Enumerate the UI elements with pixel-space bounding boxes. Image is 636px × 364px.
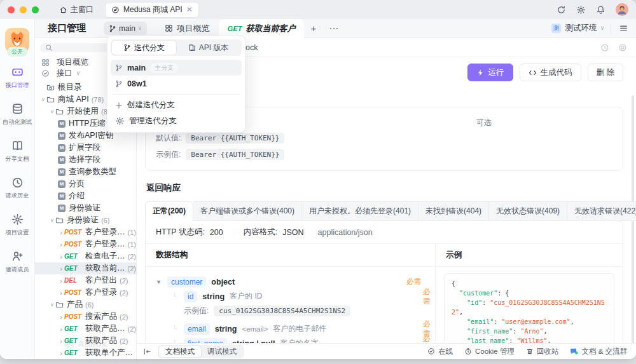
tree-item[interactable]: ›GET获取产品(2) <box>35 335 136 347</box>
generate-code-button[interactable]: 生成代码 <box>520 64 581 81</box>
rail-item-automation[interactable]: 自动化测试 <box>1 103 33 126</box>
schema-field-row[interactable]: ▼customerobject必需 <box>156 274 425 289</box>
branch-option[interactable]: main主分支 <box>111 60 242 76</box>
new-tab-button[interactable]: + <box>304 23 322 34</box>
tree-item[interactable]: ›POST客户登录 (J...(1) <box>35 238 136 250</box>
field-name-chip[interactable]: email <box>184 323 210 335</box>
close-tab-icon[interactable]: ✕ <box>186 6 193 13</box>
statusbar-item[interactable]: 文档 & 交流群 <box>570 347 627 356</box>
tree-item-count: (2) <box>128 265 136 273</box>
tree-item-count: (78) <box>92 96 104 104</box>
response-card: HTTP 状态码: 200 内容格式: JSON application/jso… <box>145 220 623 343</box>
refresh-icon[interactable] <box>556 5 566 15</box>
response-tab[interactable]: 客户端错误或多个错误(400) <box>193 201 302 221</box>
tree-item[interactable]: ›POST客户登录 (J...(1) <box>35 226 136 238</box>
branch-menu-action-label: 创建迭代分支 <box>127 100 175 111</box>
chevron-right-icon: › <box>58 265 64 273</box>
statusbar-item[interactable]: 回收站 <box>526 347 559 356</box>
check-circle-icon <box>427 347 435 355</box>
environment-selector[interactable]: 测 测试环境 ˅ <box>545 23 611 34</box>
json-token <box>452 299 467 306</box>
layout-menu-icon[interactable] <box>611 24 636 33</box>
field-name-chip[interactable]: id <box>184 291 197 302</box>
mock-target-icon[interactable] <box>618 43 627 52</box>
response-tab[interactable]: 用户未授权。必须先登录(401) <box>302 201 418 221</box>
json-token <box>452 290 459 297</box>
tree-item[interactable]: M身份验证 <box>35 202 136 214</box>
statusbar-item-label: 文档 & 交流群 <box>581 347 627 356</box>
project-tab-label: Medusa 商城 API <box>123 4 183 15</box>
example-json-code[interactable]: { "customer": { "id": "cus_01G2SG30J8C85… <box>444 273 614 343</box>
tree-item[interactable]: ›GET获取产品列表(2) <box>35 323 136 335</box>
home-window-tab[interactable]: 主窗口 <box>54 3 99 17</box>
project-window-tab[interactable]: Medusa 商城 API ✕ <box>105 2 199 18</box>
tree-item[interactable]: ›GET检查电子邮...(2) <box>35 250 136 262</box>
schema-field-row[interactable]: └idstring客户的 ID必需 <box>172 289 425 304</box>
response-tab[interactable]: 正常(200) <box>145 201 193 221</box>
field-name-chip[interactable]: first_name <box>184 338 227 344</box>
tab-project-overview[interactable]: 项目概览 <box>156 19 219 37</box>
mode-tab[interactable]: 文档模式 <box>159 346 201 357</box>
tree-item[interactable]: ›POST客户登录(2) <box>35 286 136 299</box>
branch-menu-action[interactable]: 创建迭代分支 <box>111 97 242 113</box>
branch-menu-tab[interactable]: API 版本 <box>176 41 240 55</box>
mode-tab[interactable]: 调试模式 <box>201 346 243 357</box>
json-line: { <box>452 279 607 288</box>
rail-item-settings[interactable]: 项目设置 <box>1 213 33 237</box>
gear-icon[interactable] <box>576 5 586 15</box>
branch-option[interactable]: 08w1 <box>111 76 242 91</box>
branch-dropdown-menu: 迭代分支API 版本 main主分支08w1 创建迭代分支管理迭代分支 <box>107 36 245 133</box>
rail-item-history[interactable]: 请求历史 <box>1 177 33 200</box>
statusbar-item[interactable]: Cookie 管理 <box>464 347 515 356</box>
chevron-right-icon: › <box>58 277 64 285</box>
tree-item[interactable]: M查询参数类型 <box>35 166 136 178</box>
tree-item[interactable]: M扩展字段 <box>35 142 136 154</box>
response-tab[interactable]: 无效请求错误(422) <box>567 201 636 221</box>
project-logo[interactable]: 公开 <box>5 28 29 52</box>
response-tab[interactable]: 无效状态错误(409) <box>489 201 567 221</box>
close-window-button[interactable] <box>8 6 15 13</box>
tree-item-label: 开始使用 <box>67 106 99 117</box>
tree-item[interactable]: ˅产品(6) <box>35 299 136 311</box>
overview-tab-label: 项目概览 <box>177 23 210 34</box>
rail-item-api-management[interactable]: 接口管理 <box>1 66 33 90</box>
bell-icon[interactable] <box>596 5 605 15</box>
run-button[interactable]: 运行 <box>467 64 513 81</box>
method-badge: GET <box>64 325 85 332</box>
method-badge: POST <box>64 313 85 320</box>
response-tab[interactable]: 未找到错误(404) <box>418 201 489 221</box>
field-name-chip[interactable]: customer <box>167 276 206 288</box>
example-value-label: 示例值: <box>156 149 181 160</box>
maximize-window-button[interactable] <box>32 6 39 13</box>
tree-item-label: 扩展字段 <box>69 142 100 153</box>
tree-item[interactable]: M选择字段 <box>35 154 136 166</box>
rail-item-invite[interactable]: 邀请成员 <box>1 250 33 274</box>
tree-item-label: HTTP压缩 <box>69 118 106 129</box>
tree-item[interactable]: ›GET获取单个产品图 <box>35 347 136 359</box>
rail-item-label: 接口管理 <box>6 81 29 90</box>
schema-field-row[interactable]: └first_namestring | null客户的名字必需 <box>172 336 425 343</box>
json-token: : <box>482 299 490 306</box>
tree-item[interactable]: ›POST搜索产品(2) <box>35 311 136 323</box>
minimize-window-button[interactable] <box>20 6 27 13</box>
tree-item[interactable]: ›DEL客户登出(2) <box>35 274 136 286</box>
branch-menu-action[interactable]: 管理迭代分支 <box>111 113 242 129</box>
tree-item-label: 获取当前客户 <box>85 263 125 274</box>
tree-item[interactable]: M介绍 <box>35 190 136 202</box>
branch-menu-tab[interactable]: 迭代分支 <box>112 41 176 55</box>
branch-selector[interactable]: main ˅ <box>104 22 147 35</box>
tree-item[interactable]: ˅身份验证(6) <box>35 214 136 226</box>
collapse-sidebar-icon[interactable] <box>143 347 151 356</box>
user-avatar[interactable] <box>616 3 628 16</box>
tree-item[interactable]: ›GET获取当前客户(2) <box>35 262 136 274</box>
tree-item[interactable]: M分页 <box>35 178 136 190</box>
tree-item-label: 选择字段 <box>69 154 100 165</box>
statusbar-item[interactable]: 在线 <box>427 347 453 356</box>
rail-item-share-docs[interactable]: 分享文档 <box>1 140 33 163</box>
json-token <box>452 337 467 343</box>
delete-button[interactable]: 删 除 <box>588 64 623 81</box>
history-icon[interactable] <box>600 43 609 52</box>
more-tabs-button[interactable]: ⋯ <box>322 23 345 34</box>
schema-field-row[interactable]: └emailstring<email>客户的电子邮件必需 <box>172 321 425 336</box>
endpoint-url-partial: ock <box>245 43 258 52</box>
